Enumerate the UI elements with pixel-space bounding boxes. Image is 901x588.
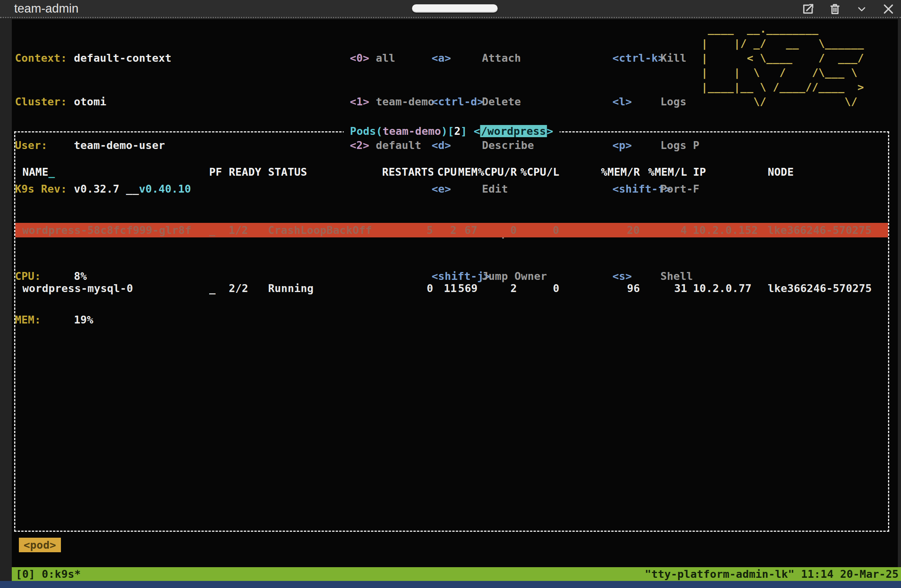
cell-mem: 569 <box>457 281 478 296</box>
cell-pf: _ <box>209 223 229 237</box>
resource-name: Pods <box>350 125 376 137</box>
filter-tag[interactable]: /wordpress <box>480 125 547 137</box>
cell-cpu-r: 2 <box>478 281 517 296</box>
menu-item-kill[interactable]: <ctrl-k>Kill <box>612 51 701 65</box>
column-header-mem-l[interactable]: %MEM/L <box>640 165 687 179</box>
sort-indicator: _ <box>48 166 55 178</box>
menu-item-attach[interactable]: <a>Attach <box>432 51 547 65</box>
menu-item-delete[interactable]: <ctrl-d>Delete <box>432 94 547 109</box>
column-header-ip[interactable]: IP <box>687 165 768 179</box>
chevron-down-icon <box>857 4 867 14</box>
hotkey: <0> <box>350 51 376 65</box>
punct: < <box>474 125 480 137</box>
cell-cpu-l: 0 <box>517 223 559 237</box>
column-header-restarts[interactable]: RESTARTS <box>382 165 433 179</box>
punct: > <box>547 125 553 137</box>
menu-item-all[interactable]: <0>all <box>350 51 434 65</box>
cell-node: lke366246-570275 <box>768 223 888 237</box>
menu-label: all <box>376 52 395 64</box>
pod-count: 2 <box>454 125 461 137</box>
punct: ) <box>441 125 448 137</box>
column-header-mem-r[interactable]: %MEM/R <box>559 165 640 179</box>
punct: ] <box>461 125 467 137</box>
cell-restarts: 0 <box>382 281 433 296</box>
column-header-cpu-l[interactable]: %CPU/L <box>517 165 559 179</box>
hotkey: <ctrl-d> <box>432 94 482 109</box>
cell-mem-r: 96 <box>559 281 640 296</box>
collapse-button[interactable] <box>855 3 868 15</box>
info-row-context: Context:default-context <box>15 51 191 65</box>
close-button[interactable] <box>882 3 895 15</box>
table-header-row: NAME_ PF READY STATUS RESTARTS CPU MEM %… <box>15 165 888 179</box>
column-header-node[interactable]: NODE <box>768 165 888 179</box>
cell-cpu-l: 0 <box>517 281 559 296</box>
new-window-icon <box>802 3 814 15</box>
cell-mem-r: 20 <box>559 223 640 237</box>
cell-cpu-r: 0 <box>478 223 517 237</box>
k9s-ascii-logo: ____ __.________ | |/ _/ __ \______ | < … <box>701 22 864 109</box>
table-row[interactable]: wordpress-58c8fcf999-glr8f _ 1/2 CrashLo… <box>15 223 888 237</box>
menu-item-team-demo[interactable]: <1>team-demo <box>350 94 434 109</box>
info-label: Cluster: <box>15 94 74 109</box>
pane-title: Pods(team-demo)[2] </wordpress> <box>344 124 559 138</box>
column-header-name[interactable]: NAME_ <box>22 165 209 179</box>
hotkey: <l> <box>612 94 660 109</box>
trash-icon <box>829 3 841 15</box>
punct: [ <box>448 125 454 137</box>
info-label: Context: <box>15 51 74 65</box>
cell-status: Running <box>268 281 382 296</box>
terminal-window: team-admin <box>0 0 901 588</box>
cell-name: wordpress-58c8fcf999-glr8f <box>22 223 209 237</box>
close-icon <box>883 3 894 15</box>
cell-restarts: 5 <box>382 223 433 237</box>
hotkey: <ctrl-k> <box>612 51 660 65</box>
column-header-pf[interactable]: PF <box>209 165 229 179</box>
cell-pf: _ <box>209 281 229 296</box>
column-header-ready[interactable]: READY <box>229 165 268 179</box>
info-row-cluster: Cluster:otomi <box>15 94 191 109</box>
menu-item-logs[interactable]: <l>Logs <box>612 94 701 109</box>
hotkey: <a> <box>432 51 482 65</box>
cell-cpu: 2 <box>433 223 457 237</box>
menu-label: Logs <box>660 94 701 109</box>
info-value: otomi <box>74 96 107 108</box>
menu-label: Kill <box>660 51 701 65</box>
tmux-host-clock: "tty-platform-admin-lk" 11:14 20-Mar-25 <box>645 567 899 581</box>
namespace-name: team-demo <box>382 125 441 137</box>
column-header-status[interactable]: STATUS <box>268 165 382 179</box>
menu-label: Attach <box>482 52 521 64</box>
cell-ip: 10.2.0.152 <box>687 223 768 237</box>
cell-mem-l: 4 <box>640 223 687 237</box>
new-window-button[interactable] <box>802 3 815 15</box>
window-drag-handle[interactable] <box>412 4 498 13</box>
info-value: default-context <box>74 52 171 64</box>
window-title: team-admin <box>14 2 79 16</box>
trash-button[interactable] <box>829 3 841 15</box>
column-header-mem[interactable]: MEM <box>457 165 478 179</box>
column-header-cpu[interactable]: CPU <box>433 165 457 179</box>
cell-mem-l: 31 <box>640 281 687 296</box>
cell-ready: 2/2 <box>229 281 268 296</box>
cell-name: wordpress-mysql-0 <box>22 281 209 296</box>
cell-ip: 10.2.0.77 <box>687 281 768 296</box>
tmux-status-bar: [0] 0:k9s* "tty-platform-admin-lk" 11:14… <box>12 567 901 581</box>
cell-node: lke366246-570275 <box>768 281 888 296</box>
punct: ( <box>376 125 383 137</box>
pods-table: NAME_ PF READY STATUS RESTARTS CPU MEM %… <box>15 132 888 325</box>
menu-label: team-demo <box>376 96 434 108</box>
table-row[interactable]: wordpress-mysql-0 _ 2/2 Running 0 11 569… <box>15 281 888 296</box>
cell-mem: 67 <box>457 223 478 237</box>
window-controls <box>802 0 895 18</box>
cell-ready: 1/2 <box>229 223 268 237</box>
cell-status: CrashLoopBackOff <box>268 223 382 237</box>
menu-label: Delete <box>482 96 521 108</box>
tmux-session-info: [0] 0:k9s* <box>16 567 81 581</box>
pods-pane: Pods(team-demo)[2] </wordpress> NAME_ PF… <box>14 131 889 532</box>
window-titlebar: team-admin <box>0 0 901 18</box>
column-header-cpu-r[interactable]: %CPU/R <box>478 165 517 179</box>
hotkey: <1> <box>350 94 376 109</box>
cell-cpu: 11 <box>433 281 457 296</box>
breadcrumb-pod[interactable]: <pod> <box>19 538 61 552</box>
bottom-strip <box>0 581 901 588</box>
